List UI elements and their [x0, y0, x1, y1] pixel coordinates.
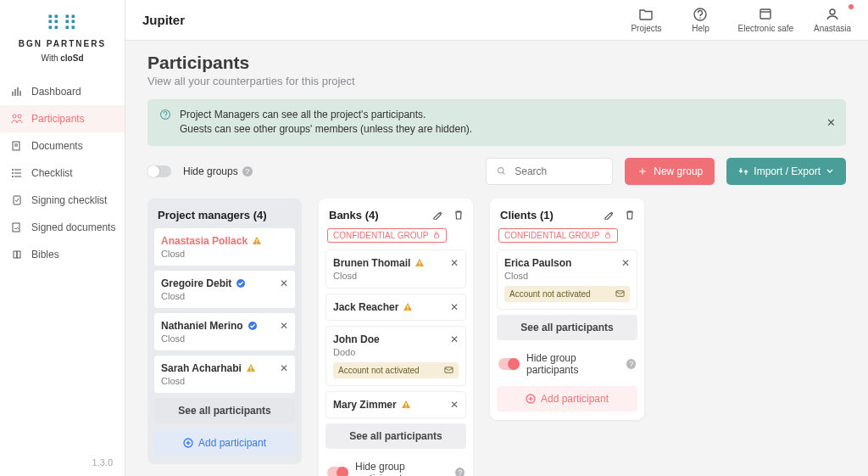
warning-icon: [415, 258, 425, 268]
brand: ⠿⠿ BGN PARTNERS With cloSd: [0, 0, 125, 71]
dashboard-icon: [11, 86, 23, 98]
top-electronic-safe[interactable]: Electronic safe: [737, 7, 793, 33]
remove-member-button[interactable]: ✕: [450, 257, 459, 269]
import-export-button[interactable]: Import / Export: [726, 158, 846, 185]
see-all-button[interactable]: See all participants: [326, 423, 466, 449]
hide-participants-toggle[interactable]: [498, 358, 520, 370]
sidebar-item-bibles[interactable]: Bibles: [0, 241, 125, 268]
group-banks: Banks (4)CONFIDENTIAL GROUPBrunen Thomai…: [319, 199, 473, 476]
participants-icon: [11, 113, 23, 125]
svg-point-25: [12, 172, 14, 174]
member-name: Nathaniel Merino: [161, 320, 288, 332]
toolbar: Hide groups? ＋New group Import / Export: [147, 158, 846, 185]
top-user-menu[interactable]: Anastasia: [814, 7, 851, 33]
delete-group-icon[interactable]: [453, 210, 463, 220]
top-help[interactable]: Help: [683, 7, 717, 33]
add-participant-button[interactable]: Add participant: [154, 430, 295, 456]
svg-point-24: [12, 169, 14, 171]
groups-container: Project managers (4)Anastasia Pollack Cl…: [147, 199, 846, 476]
help-tooltip-icon[interactable]: ?: [242, 166, 253, 176]
sidebar-item-signed-documents[interactable]: Signed documents: [0, 214, 125, 241]
member-row: Gregoire Debit Closd✕: [154, 271, 295, 308]
confidential-badge: CONFIDENTIAL GROUP: [498, 228, 618, 243]
svg-point-17: [18, 115, 21, 118]
hide-groups-label: Hide groups?: [183, 165, 253, 177]
warning-icon: [403, 302, 413, 312]
remove-member-button[interactable]: ✕: [450, 301, 459, 313]
info-close-button[interactable]: ✕: [826, 116, 836, 129]
hide-groups-toggle[interactable]: [147, 165, 171, 177]
edit-group-icon[interactable]: [604, 210, 614, 220]
chevron-down-icon: [826, 167, 834, 176]
sidebar-item-participants[interactable]: Participants: [0, 105, 125, 132]
member-row: Mary Zimmer ✕: [326, 391, 466, 418]
bibles-icon: [11, 249, 23, 260]
mail-icon[interactable]: [444, 366, 453, 375]
sidebar-item-label: Dashboard: [31, 86, 81, 98]
member-company: Closd: [504, 271, 630, 281]
svg-point-16: [13, 115, 16, 118]
member-company: Closd: [161, 333, 288, 344]
remove-member-button[interactable]: ✕: [280, 277, 288, 289]
member-row: Erica PaulsonClosd✕Account not activated: [497, 249, 637, 310]
see-all-button[interactable]: See all participants: [497, 315, 637, 340]
remove-member-button[interactable]: ✕: [280, 320, 288, 332]
lock-icon: [432, 231, 441, 239]
member-row: Sarah Acharhabi Closd✕: [154, 356, 295, 393]
top-projects[interactable]: Projects: [629, 7, 663, 33]
remove-member-button[interactable]: ✕: [621, 257, 630, 269]
svg-point-26: [12, 176, 14, 177]
add-participant-button[interactable]: Add participant: [497, 386, 637, 412]
topbar: Jupiter Projects Help Electronic safe An…: [125, 0, 868, 41]
lock-icon: [604, 231, 612, 239]
brand-name: BGN PARTNERS: [0, 39, 125, 48]
member-name: Erica Paulson: [504, 257, 630, 269]
search-box[interactable]: [486, 158, 613, 185]
member-row: Brunen Thomail Closd✕: [326, 249, 466, 288]
warning-icon: [252, 236, 262, 246]
member-name: Brunen Thomail: [333, 257, 459, 269]
notification-dot-icon: [849, 4, 854, 9]
member-company: Dodo: [333, 347, 459, 357]
help-tooltip-icon[interactable]: ?: [455, 468, 465, 476]
brand-logo-icon: ⠿⠿: [0, 12, 125, 36]
info-text: Project Managers can see all the project…: [180, 108, 472, 137]
member-row: Jack Reacher ✕: [326, 294, 466, 321]
edit-group-icon[interactable]: [432, 210, 442, 220]
mail-icon[interactable]: [615, 289, 625, 299]
member-name: Anastasia Pollack: [161, 235, 288, 247]
sidebar-item-checklist[interactable]: Checklist: [0, 160, 125, 187]
member-row: Anastasia Pollack Closd: [154, 228, 295, 266]
member-name: John Doe: [333, 333, 459, 345]
confidential-badge: CONFIDENTIAL GROUP: [327, 228, 447, 243]
group-title: Banks (4): [329, 209, 432, 221]
new-group-button[interactable]: ＋New group: [625, 158, 715, 185]
plus-circle-icon: [526, 394, 536, 404]
info-icon: [159, 109, 171, 120]
warning-icon: [246, 363, 256, 373]
sidebar-item-signing-checklist[interactable]: Signing checklist: [0, 187, 125, 214]
content: Participants View all your counterpartie…: [125, 41, 868, 476]
sidebar-item-dashboard[interactable]: Dashboard: [0, 78, 125, 105]
sidebar-item-documents[interactable]: Documents: [0, 132, 125, 160]
brand-with: With cloSd: [0, 53, 125, 63]
remove-member-button[interactable]: ✕: [450, 399, 459, 411]
hide-participants-toggle[interactable]: [327, 467, 348, 476]
page-title: Participants: [147, 53, 846, 73]
sidebar-item-label: Signing checklist: [31, 194, 107, 206]
version-label: 1.3.0: [0, 449, 125, 476]
search-icon: [497, 165, 506, 176]
member-name: Jack Reacher: [333, 301, 459, 313]
sidebar-item-label: Checklist: [31, 167, 73, 179]
member-name: Sarah Acharhabi: [161, 362, 288, 374]
help-icon: [693, 7, 708, 22]
help-tooltip-icon[interactable]: ?: [626, 359, 636, 369]
delete-group-icon[interactable]: [624, 210, 634, 220]
remove-member-button[interactable]: ✕: [280, 362, 288, 374]
see-all-button[interactable]: See all participants: [154, 398, 295, 423]
project-title: Jupiter: [142, 13, 185, 27]
warning-icon: [401, 400, 411, 410]
sidebar-item-label: Participants: [31, 113, 85, 125]
search-input[interactable]: [513, 165, 602, 178]
remove-member-button[interactable]: ✕: [450, 333, 459, 345]
